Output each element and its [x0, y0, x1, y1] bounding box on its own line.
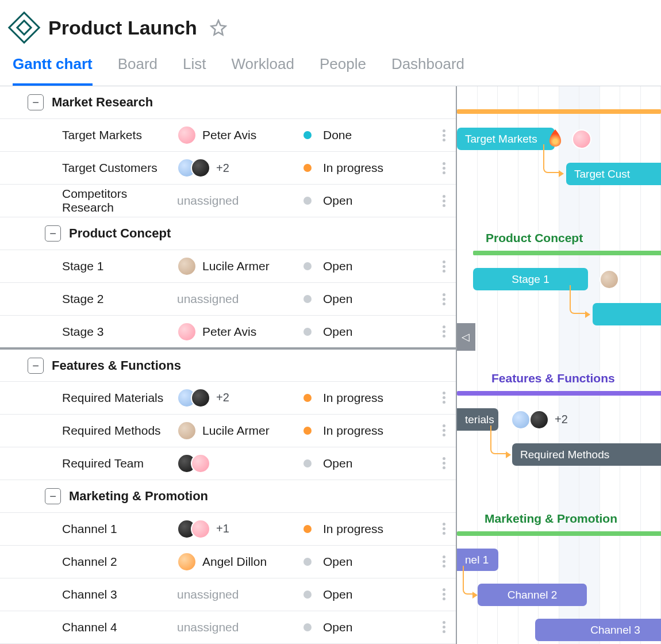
task-name[interactable]: Target Customers: [28, 161, 177, 175]
more-menu-icon[interactable]: [443, 195, 456, 207]
status-cell[interactable]: Done: [303, 128, 418, 142]
status-cell[interactable]: Open: [303, 457, 418, 470]
collapse-group[interactable]: −: [28, 94, 44, 110]
favorite-star-icon[interactable]: [210, 19, 227, 36]
status-dot: [303, 295, 312, 303]
more-menu-icon[interactable]: [443, 325, 456, 338]
tab-board[interactable]: Board: [118, 49, 157, 86]
tab-people[interactable]: People: [320, 49, 366, 86]
status-dot: [303, 131, 312, 139]
status-cell[interactable]: Open: [303, 292, 418, 306]
status-cell[interactable]: Open: [303, 194, 418, 208]
assignee-cell[interactable]: unassigned: [177, 292, 303, 306]
avatar: [177, 421, 197, 440]
assignee-cell[interactable]: [177, 454, 303, 473]
page-title: Product Launch: [48, 17, 197, 39]
tab-workload[interactable]: Workload: [232, 49, 294, 86]
task-name[interactable]: Channel 3: [28, 588, 177, 601]
assignee-cell[interactable]: unassigned: [177, 588, 303, 601]
avatar: [529, 410, 549, 430]
status-dot: [303, 459, 312, 467]
task-name[interactable]: Stage 1: [28, 259, 177, 273]
status-dot: [303, 591, 312, 599]
assignee-cell[interactable]: +1: [177, 519, 303, 539]
more-menu-icon[interactable]: [443, 523, 456, 535]
group-name: Market Research: [52, 95, 153, 110]
more-menu-icon[interactable]: [443, 621, 456, 633]
avatar: [511, 410, 531, 430]
assignee-cell[interactable]: Lucile Armer: [177, 256, 303, 276]
gantt-timeline[interactable]: Target Markets Target Cust Product Conce…: [457, 86, 661, 644]
status-cell[interactable]: In progress: [303, 522, 418, 536]
task-name[interactable]: Required Methods: [28, 424, 177, 438]
status-dot: [303, 394, 312, 402]
more-menu-icon[interactable]: [443, 588, 456, 600]
avatar: [599, 270, 619, 289]
gantt-bar-methods[interactable]: Required Methods: [512, 443, 661, 466]
status-dot: [303, 164, 312, 172]
assignee-cell[interactable]: Peter Avis: [177, 125, 303, 145]
more-menu-icon[interactable]: [443, 293, 456, 305]
more-menu-icon[interactable]: [443, 457, 456, 469]
gantt-bar-channel2[interactable]: Channel 2: [478, 584, 587, 606]
task-name[interactable]: Target Markets: [28, 128, 177, 142]
assignee-cell[interactable]: unassigned: [177, 620, 303, 634]
status-dot: [303, 525, 312, 533]
assignee-cell[interactable]: Lucile Armer: [177, 421, 303, 440]
more-menu-icon[interactable]: [443, 424, 456, 436]
task-name[interactable]: Required Team: [28, 457, 177, 470]
status-cell[interactable]: Open: [303, 588, 418, 601]
collapse-group[interactable]: −: [28, 358, 44, 374]
tab-dashboard[interactable]: Dashboard: [391, 49, 464, 86]
assignee-cell[interactable]: unassigned: [177, 194, 303, 208]
status-dot: [303, 427, 312, 435]
more-menu-icon[interactable]: [443, 260, 456, 273]
more-menu-icon[interactable]: [443, 162, 456, 174]
task-name[interactable]: Stage 3: [28, 325, 177, 339]
assignee-cell[interactable]: +2: [177, 158, 303, 178]
gantt-bar-target-markets[interactable]: Target Markets: [457, 128, 555, 150]
avatar: [191, 388, 210, 408]
task-name[interactable]: Channel 4: [28, 620, 177, 634]
more-menu-icon[interactable]: [443, 392, 456, 404]
status-cell[interactable]: In progress: [303, 391, 418, 405]
more-menu-icon[interactable]: [443, 129, 456, 141]
status-dot: [303, 262, 312, 270]
status-cell[interactable]: Open: [303, 555, 418, 569]
collapse-left-panel[interactable]: ◁: [457, 323, 475, 351]
status-cell[interactable]: In progress: [303, 424, 418, 438]
tab-list[interactable]: List: [183, 49, 206, 86]
status-cell[interactable]: Open: [303, 325, 418, 339]
gantt-group-bar: [473, 251, 661, 255]
status-cell[interactable]: In progress: [303, 161, 418, 175]
gantt-bar-channel3[interactable]: Channel 3: [535, 619, 661, 641]
collapse-group[interactable]: −: [45, 225, 61, 241]
assignee-cell[interactable]: +2: [177, 388, 303, 408]
gantt-bar-target-customers[interactable]: Target Cust: [566, 163, 661, 185]
status-cell[interactable]: Open: [303, 620, 418, 634]
task-list: − Market ResearchTarget MarketsPeter Avi…: [0, 86, 457, 644]
gantt-group-bar: [457, 391, 661, 396]
avatar: [177, 256, 197, 276]
tab-gantt[interactable]: Gantt chart: [13, 49, 93, 86]
assignee-cell[interactable]: Peter Avis: [177, 322, 303, 342]
more-menu-icon[interactable]: [443, 555, 456, 568]
status-cell[interactable]: Open: [303, 259, 418, 273]
status-dot: [303, 197, 312, 205]
task-name[interactable]: Stage 2: [28, 292, 177, 306]
assignee-cell[interactable]: Angel Dillon: [177, 552, 303, 572]
task-name[interactable]: Competitors Research: [28, 187, 177, 214]
avatar: [191, 519, 210, 539]
gantt-group-bar: [457, 109, 661, 114]
task-name[interactable]: Required Materials: [28, 391, 177, 405]
task-name[interactable]: Channel 1: [28, 522, 177, 536]
task-name[interactable]: Channel 2: [28, 555, 177, 569]
status-dot: [303, 558, 312, 566]
gantt-group-label: Features & Functions: [491, 371, 615, 385]
gantt-bar-stage2[interactable]: [593, 303, 661, 325]
group-name: Marketing & Promotion: [69, 489, 208, 504]
group-name: Product Concept: [69, 226, 171, 241]
status-dot: [303, 623, 312, 631]
gantt-group-bar: [457, 531, 661, 536]
collapse-group[interactable]: −: [45, 488, 61, 504]
